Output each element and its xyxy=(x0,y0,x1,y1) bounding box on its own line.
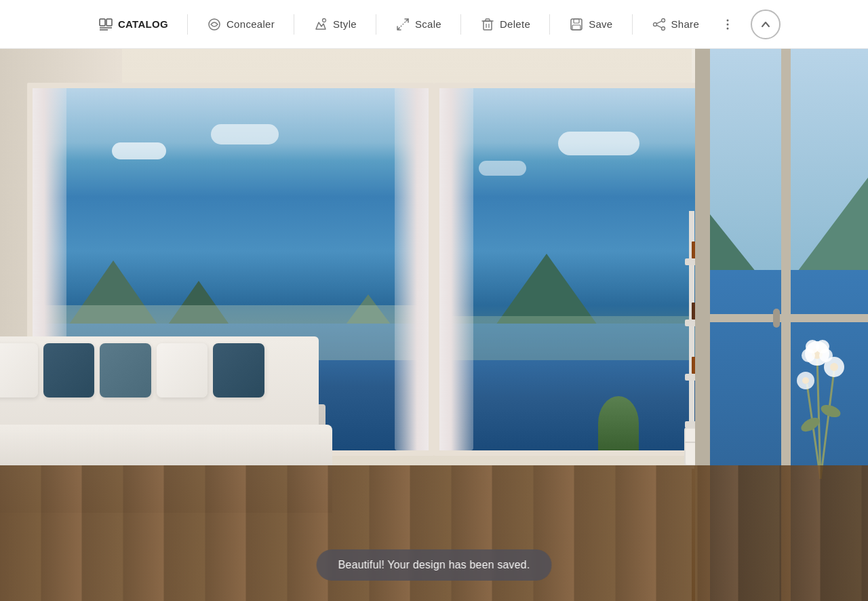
pillow-medium xyxy=(100,343,151,398)
curtain-left-2 xyxy=(436,88,473,450)
scale-label: Scale xyxy=(415,18,441,30)
flowers-svg xyxy=(780,303,861,479)
save-icon xyxy=(569,17,584,32)
pillow-area xyxy=(0,343,264,398)
svg-point-20 xyxy=(727,23,729,25)
toolbar: CATALOG Concealer Style xyxy=(0,0,868,49)
style-icon xyxy=(313,17,328,32)
divider2 xyxy=(294,14,294,35)
share-icon xyxy=(652,17,667,32)
divider5 xyxy=(549,14,550,35)
delete-label: Delete xyxy=(500,18,530,30)
pillow-white-2 xyxy=(157,343,208,398)
svg-rect-1 xyxy=(106,19,112,26)
concealer-button[interactable]: Concealer xyxy=(196,12,285,37)
scale-button[interactable]: Scale xyxy=(384,12,452,37)
plant xyxy=(598,396,639,450)
toast-message: Beautiful! Your design has been saved. xyxy=(338,559,530,570)
style-label: Style xyxy=(333,18,357,30)
room-scene: Beautiful! Your design has been saved. xyxy=(0,49,868,601)
delete-button[interactable]: Delete xyxy=(469,12,541,37)
svg-point-19 xyxy=(727,19,729,21)
cloud xyxy=(112,142,166,159)
svg-line-6 xyxy=(399,20,407,28)
share-label: Share xyxy=(671,18,700,30)
share-button[interactable]: Share xyxy=(641,12,711,37)
svg-point-21 xyxy=(727,27,729,29)
svg-point-5 xyxy=(323,18,326,22)
style-button[interactable]: Style xyxy=(302,12,368,37)
divider3 xyxy=(376,14,376,35)
cloud xyxy=(211,124,279,144)
concealer-label: Concealer xyxy=(226,18,275,30)
collapse-button[interactable] xyxy=(751,9,781,39)
more-button[interactable] xyxy=(715,12,740,37)
scale-icon xyxy=(395,17,410,32)
pillow-dark-2 xyxy=(213,343,264,398)
cloud xyxy=(558,132,639,155)
cloud xyxy=(479,161,526,176)
save-label: Save xyxy=(589,18,612,30)
svg-rect-7 xyxy=(484,21,492,30)
pillow-dark-1 xyxy=(43,343,95,398)
svg-rect-0 xyxy=(100,19,105,26)
pillow-white-1 xyxy=(0,343,38,398)
svg-point-14 xyxy=(661,18,665,22)
svg-rect-13 xyxy=(572,25,580,30)
svg-point-15 xyxy=(661,26,665,30)
floor xyxy=(0,465,868,601)
svg-point-16 xyxy=(653,22,656,26)
svg-line-41 xyxy=(821,370,834,479)
toast-notification: Beautiful! Your design has been saved. xyxy=(317,549,552,581)
door-handle xyxy=(773,309,780,328)
divider1 xyxy=(187,14,188,35)
svg-point-54 xyxy=(802,377,809,384)
svg-line-17 xyxy=(656,21,662,24)
svg-point-49 xyxy=(802,349,815,362)
curtain-right-1 xyxy=(395,88,432,450)
catalog-icon xyxy=(98,17,113,32)
divider6 xyxy=(632,14,633,35)
save-button[interactable]: Save xyxy=(558,12,623,37)
catalog-label: CATALOG xyxy=(118,18,168,30)
delete-icon xyxy=(480,17,495,32)
svg-line-18 xyxy=(656,25,662,28)
concealer-icon xyxy=(207,17,222,32)
svg-rect-12 xyxy=(574,19,579,23)
divider4 xyxy=(460,14,461,35)
curtain-rod-1 xyxy=(27,83,434,84)
svg-point-52 xyxy=(830,363,838,371)
catalog-button[interactable]: CATALOG xyxy=(87,12,179,37)
flowers xyxy=(780,303,861,479)
